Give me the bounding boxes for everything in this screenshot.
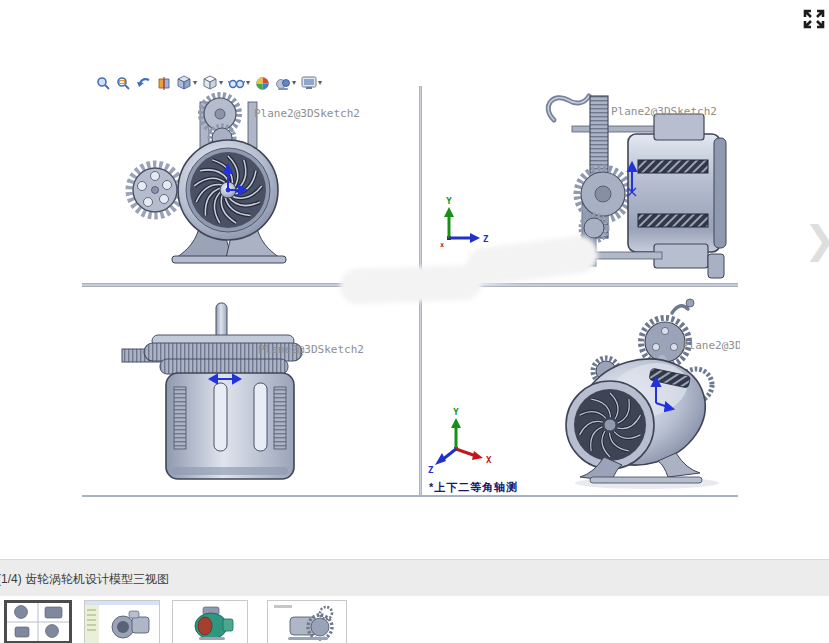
axis-label-z: Z bbox=[428, 465, 434, 475]
viewport-top-view[interactable]: Plane2@3DSketch2 bbox=[82, 287, 420, 495]
model-top-view bbox=[82, 287, 420, 495]
thumbnail-solidworks-model[interactable] bbox=[84, 600, 160, 643]
viewport-bottom-border bbox=[82, 495, 738, 497]
axis-label-y: Y bbox=[453, 407, 459, 417]
fullscreen-icon[interactable] bbox=[801, 7, 827, 31]
axis-label-y: Y bbox=[446, 196, 452, 206]
axis-triad: Y X Z bbox=[428, 407, 492, 475]
plane-annotation-label: Plane2@3DSketch2 bbox=[258, 343, 364, 356]
plane-annotation-label: Plane2@3DSketch2 bbox=[682, 339, 740, 352]
model-isometric-view: Y X Z bbox=[422, 287, 740, 495]
viewport-front-view[interactable]: Plane2@3DSketch2 bbox=[82, 86, 420, 284]
thumbnail-teal-model[interactable] bbox=[172, 600, 248, 643]
next-arrow-icon[interactable]: ❯ bbox=[804, 218, 829, 262]
watermark-blur bbox=[339, 265, 482, 305]
image-caption: (1/4) 齿轮涡轮机设计模型三视图 bbox=[0, 571, 169, 588]
model-front-view bbox=[82, 86, 420, 284]
view-orientation-label: *上下二等角轴测 bbox=[429, 480, 518, 495]
plane-annotation-label: Plane2@3DSketch2 bbox=[254, 107, 360, 120]
axis-label-x: x bbox=[440, 241, 445, 249]
caption-bar: (1/4) 齿轮涡轮机设计模型三视图 bbox=[0, 559, 829, 596]
axis-triad: Y Z x bbox=[440, 196, 489, 249]
app-window: ▾ ▾ ▾ bbox=[0, 0, 829, 643]
plane-annotation-label: Plane2@3DSketch2 bbox=[611, 105, 717, 118]
thumbnail-four-view-selected[interactable] bbox=[4, 600, 72, 643]
axis-label-x: X bbox=[486, 455, 492, 465]
viewport-isometric-view[interactable]: Y X Z Plane2@3DSketch2 bbox=[422, 287, 740, 495]
thumbnail-gray-model-rear[interactable] bbox=[267, 600, 347, 643]
axis-label-z: Z bbox=[483, 234, 489, 244]
